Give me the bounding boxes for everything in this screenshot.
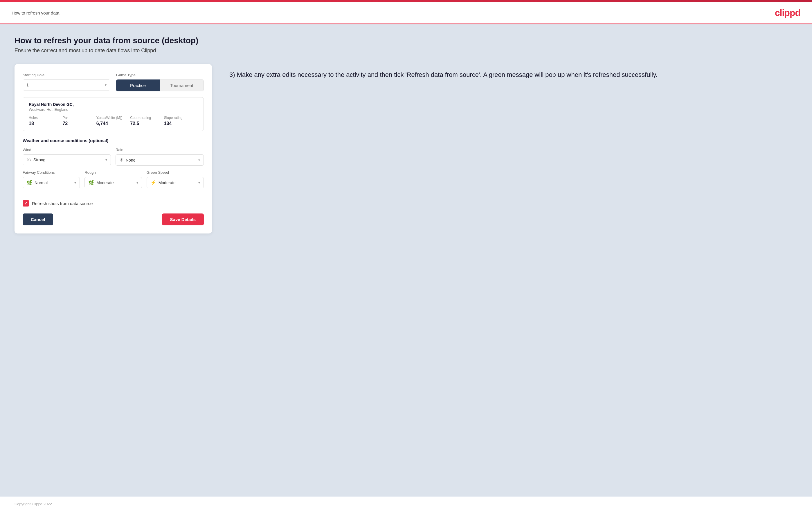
course-rating-label: Course rating	[130, 116, 164, 120]
rough-value: Moderate	[96, 180, 136, 185]
green-speed-select[interactable]: ⚡ Moderate ▾	[147, 177, 204, 188]
slope-rating-label: Slope rating	[164, 116, 198, 120]
yards-value: 6,744	[96, 121, 130, 126]
rough-arrow-icon: ▾	[137, 181, 138, 185]
checkmark-icon: ✓	[24, 201, 28, 206]
green-speed-label: Green Speed	[147, 170, 204, 175]
rain-label: Rain	[115, 148, 204, 152]
wind-arrow-icon: ▾	[105, 158, 107, 162]
side-description-text: 3) Make any extra edits necessary to the…	[230, 70, 798, 79]
par-value: 72	[62, 121, 96, 126]
side-description: 3) Make any extra edits necessary to the…	[230, 64, 798, 79]
wind-icon: 🌬	[27, 157, 31, 162]
footer-text: Copyright Clippd 2022	[14, 502, 52, 506]
logo: clippd	[775, 7, 800, 18]
tournament-button[interactable]: Tournament	[160, 79, 204, 91]
fairway-value: Normal	[35, 180, 74, 185]
wind-label: Wind	[22, 148, 111, 152]
yards-label: Yards/White (M))	[96, 116, 130, 120]
rain-select[interactable]: ☀ None ▾	[115, 154, 204, 166]
course-info-table: Royal North Devon GC, Westward Ho!, Engl…	[22, 97, 204, 131]
green-speed-arrow-icon: ▾	[198, 181, 200, 185]
refresh-label: Refresh shots from data source	[32, 201, 93, 206]
starting-hole-label: Starting Hole	[22, 73, 110, 77]
rain-value: None	[126, 158, 198, 162]
game-type-label: Game Type	[116, 73, 204, 77]
course-rating-value: 72.5	[130, 121, 164, 126]
page-subheading: Ensure the correct and most up to date d…	[14, 48, 798, 54]
holes-value: 18	[29, 121, 62, 126]
green-speed-value: Moderate	[158, 180, 198, 185]
cancel-button[interactable]: Cancel	[22, 214, 53, 225]
rain-arrow-icon: ▾	[198, 158, 200, 162]
weather-heading: Weather and course conditions (optional)	[22, 138, 204, 143]
fairway-select[interactable]: 🌿 Normal ▾	[22, 177, 80, 188]
par-label: Par	[62, 116, 96, 120]
wind-select[interactable]: 🌬 Strong ▾	[22, 154, 111, 165]
game-type-toggle: Practice Tournament	[116, 79, 204, 91]
course-location: Westward Ho!, England	[29, 107, 198, 112]
holes-label: Holes	[29, 116, 62, 120]
form-card: Starting Hole 1 10 ▾ Game Type Practice …	[14, 64, 212, 233]
page-breadcrumb: How to refresh your data	[12, 10, 59, 15]
form-divider	[22, 194, 204, 194]
save-button[interactable]: Save Details	[162, 214, 204, 225]
rough-select[interactable]: 🌿 Moderate ▾	[85, 177, 142, 188]
page-heading: How to refresh your data from source (de…	[14, 36, 798, 45]
starting-hole-select[interactable]: 1 10	[23, 80, 110, 90]
course-name: Royal North Devon GC,	[29, 102, 198, 107]
wind-value: Strong	[33, 158, 105, 162]
fairway-arrow-icon: ▾	[74, 181, 76, 185]
refresh-checkbox[interactable]: ✓	[22, 200, 29, 207]
rough-label: Rough	[85, 170, 142, 175]
practice-button[interactable]: Practice	[116, 79, 160, 91]
rough-icon: 🌿	[88, 180, 94, 185]
slope-rating-value: 134	[164, 121, 198, 126]
rain-icon: ☀	[119, 157, 123, 163]
fairway-icon: 🌿	[27, 180, 32, 185]
fairway-label: Fairway Conditions	[22, 170, 80, 175]
green-speed-icon: ⚡	[150, 180, 156, 185]
